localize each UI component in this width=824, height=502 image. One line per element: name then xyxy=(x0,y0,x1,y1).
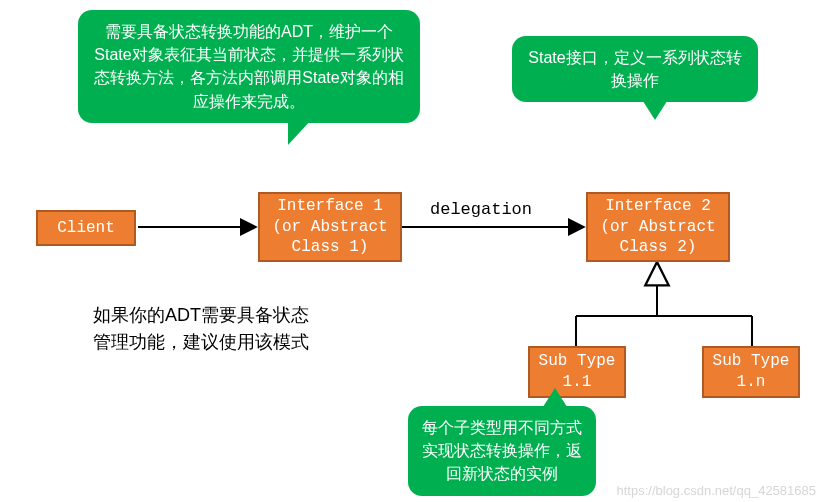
note-usage: 如果你的ADT需要具备状态管理功能，建议使用该模式 xyxy=(86,302,316,356)
node-interface2: Interface 2 (or Abstract Class 2) xyxy=(586,192,730,262)
bubble-subtype-desc: 每个子类型用不同方式实现状态转换操作，返回新状态的实例 xyxy=(408,406,596,496)
node-client: Client xyxy=(36,210,136,246)
node-subtype11-label: Sub Type 1.1 xyxy=(539,351,616,393)
bubble-adt-desc: 需要具备状态转换功能的ADT，维护一个State对象表征其当前状态，并提供一系列… xyxy=(78,10,420,123)
edge-delegation-label: delegation xyxy=(430,200,532,219)
note-usage-text: 如果你的ADT需要具备状态管理功能，建议使用该模式 xyxy=(93,305,309,352)
bubble-adt-desc-text: 需要具备状态转换功能的ADT，维护一个State对象表征其当前状态，并提供一系列… xyxy=(94,23,403,110)
bubble-state-desc-text: State接口，定义一系列状态转换操作 xyxy=(528,49,741,89)
node-interface1-label: Interface 1 (or Abstract Class 1) xyxy=(272,196,387,258)
watermark: https://blog.csdn.net/qq_42581685 xyxy=(617,483,817,498)
node-subtype1n-label: Sub Type 1.n xyxy=(713,351,790,393)
node-interface2-label: Interface 2 (or Abstract Class 2) xyxy=(600,196,715,258)
node-client-label: Client xyxy=(57,218,115,239)
bubble-subtype-desc-text: 每个子类型用不同方式实现状态转换操作，返回新状态的实例 xyxy=(422,419,582,482)
node-interface1: Interface 1 (or Abstract Class 1) xyxy=(258,192,402,262)
bubble-state-desc: State接口，定义一系列状态转换操作 xyxy=(512,36,758,102)
node-subtype1n: Sub Type 1.n xyxy=(702,346,800,398)
